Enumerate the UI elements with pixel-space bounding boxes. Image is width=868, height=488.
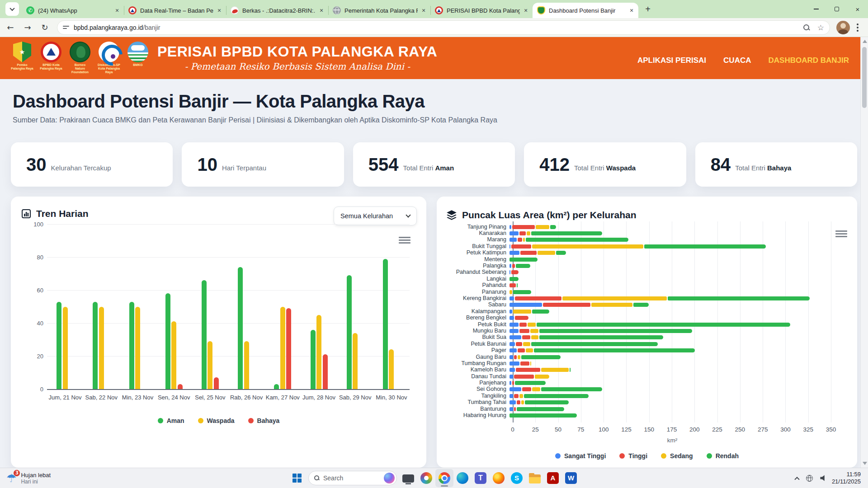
desktop-icon[interactable] <box>399 469 417 487</box>
bar-bahaya <box>286 308 291 389</box>
close-button[interactable]: × <box>847 0 868 18</box>
kelurahan-row: Mungku Baru <box>437 328 857 334</box>
browser-tab[interactable]: Berkas - .:Datacitra2-BRIN:.× <box>226 3 328 18</box>
profile-avatar[interactable] <box>836 21 850 34</box>
browser-tab[interactable]: Pemerintah Kota Palangka Raya× <box>328 3 430 18</box>
x-axis-tick-label: Rab, 26 Nov <box>227 394 266 401</box>
legend-item-sedang[interactable]: Sedang <box>661 452 693 460</box>
firefox-icon[interactable] <box>490 469 508 487</box>
maximize-button[interactable] <box>826 0 847 18</box>
segment-tinggi <box>515 296 561 300</box>
url-path: /banjir <box>143 24 160 31</box>
taskbar-search[interactable]: Search <box>308 471 397 485</box>
bar-aman <box>129 302 134 389</box>
segment-sedang <box>509 290 512 294</box>
nav-item[interactable]: CUACA <box>723 56 751 65</box>
legend-label: Aman <box>167 417 184 424</box>
scrollbar-thumb[interactable] <box>862 47 867 108</box>
maximize-icon <box>835 7 839 11</box>
chrome-icon[interactable] <box>435 469 453 487</box>
back-button[interactable]: ← <box>4 21 17 34</box>
kelurahan-bar <box>509 303 857 307</box>
x-axis-tick-label: Jum, 21 Nov <box>46 394 85 401</box>
taskbar-weather-widget[interactable]: ☂3 Hujan lebat Hari ini <box>0 472 113 485</box>
kelurahan-row: Kameloh Baru <box>437 367 857 373</box>
nav-item[interactable]: DASHBOARD BANJIR <box>768 56 849 65</box>
tab-search-button[interactable] <box>5 2 19 16</box>
legend-item-sangat-tinggi[interactable]: Sangat Tinggi <box>555 452 606 460</box>
tab-close-icon[interactable]: × <box>522 6 530 14</box>
search-highlight-icon[interactable] <box>384 473 395 483</box>
logo-label: PemkoPalangka Raya <box>10 63 34 70</box>
segment-rendah <box>531 231 602 235</box>
forward-button[interactable]: → <box>21 21 34 34</box>
segment-sangat-tinggi <box>509 225 511 229</box>
segment-sedang <box>531 335 538 339</box>
browser-tab[interactable]: Dashboard Potensi Banjir× <box>533 3 638 18</box>
page-scrollbar[interactable] <box>860 37 868 468</box>
segment-rendah <box>556 251 566 255</box>
new-tab-button[interactable]: + <box>641 2 655 16</box>
bar-bahaya <box>214 377 219 389</box>
teams-icon[interactable] <box>472 469 490 487</box>
stat-card: 412Total Entri Waspada <box>524 142 686 187</box>
tab-close-icon[interactable]: × <box>113 6 121 14</box>
kelurahan-dropdown[interactable]: Semua Kelurahan <box>334 206 417 225</box>
bookmark-star-icon[interactable]: ☆ <box>817 23 824 32</box>
scrollbar-up-arrow-icon[interactable] <box>863 40 867 43</box>
reload-button[interactable]: ↻ <box>38 21 52 34</box>
stat-label: Kelurahan Tercakup <box>51 164 111 172</box>
network-icon[interactable] <box>806 475 813 482</box>
x-axis-tick-label: 225 <box>712 426 722 433</box>
word-icon[interactable] <box>562 469 580 487</box>
scrollbar-down-arrow-icon[interactable] <box>863 462 867 465</box>
bar-waspada <box>353 333 358 389</box>
skype-icon[interactable] <box>508 469 526 487</box>
site-settings-icon[interactable] <box>63 24 69 30</box>
start-button[interactable] <box>288 469 306 487</box>
legend-item-waspada[interactable]: Waspada <box>198 417 235 424</box>
volume-muted-icon[interactable]: × <box>820 475 824 481</box>
browser-tab[interactable]: (24) WhatsApp× <box>22 3 124 18</box>
explorer-icon[interactable] <box>526 469 544 487</box>
browser-tab[interactable]: Data Real-Time – Badan Penang× <box>124 3 226 18</box>
tab-close-icon[interactable]: × <box>215 6 223 14</box>
kelurahan-row: Kalampangan <box>437 308 857 314</box>
legend-item-bahaya[interactable]: Bahaya <box>248 417 280 424</box>
photos-icon[interactable] <box>417 469 435 487</box>
acrobat-icon[interactable] <box>544 469 562 487</box>
url-text[interactable]: bpbd.palangkaraya.go.id/banjir <box>74 24 803 31</box>
segment-sangat-tinggi <box>509 407 513 411</box>
nav-item[interactable]: APLIKASI PERISAI <box>637 56 706 65</box>
whatsapp-favicon <box>26 6 34 14</box>
tab-close-icon[interactable]: × <box>420 6 428 14</box>
browser-menu-icon[interactable] <box>854 23 862 32</box>
minimize-button[interactable] <box>806 0 826 18</box>
kelurahan-row: Gaung Baru <box>437 354 857 360</box>
chevron-up-icon[interactable] <box>795 477 800 482</box>
segment-sedang <box>532 244 643 249</box>
segment-rendah <box>513 290 531 294</box>
zoom-search-icon[interactable] <box>803 24 810 31</box>
tab-close-icon[interactable]: × <box>627 6 636 14</box>
browser-tab[interactable]: PERISAI BPBD Kota Palangka Ra× <box>430 3 533 18</box>
bar-waspada <box>171 321 176 389</box>
segment-tinggi <box>519 329 529 333</box>
tab-title: Berkas - .:Datacitra2-BRIN:. <box>242 7 316 14</box>
edge-icon[interactable] <box>453 469 472 487</box>
kelurahan-label: Bukit Sua <box>437 334 509 340</box>
legend-item-tinggi[interactable]: Tinggi <box>619 452 647 460</box>
segment-sangat-tinggi <box>509 368 515 372</box>
bpbd-favicon <box>435 6 443 14</box>
weather-line1: Hujan lebat <box>21 472 51 479</box>
taskbar-clock[interactable]: 11:59 21/11/2025 <box>832 471 861 485</box>
legend-item-aman[interactable]: Aman <box>158 417 184 424</box>
address-bar[interactable]: bpbd.palangkaraya.go.id/banjir ☆ <box>57 20 830 35</box>
luas-area-rows: Tanjung PinangKanarakanMarangBukit Tungg… <box>437 224 857 419</box>
legend-item-rendah[interactable]: Rendah <box>707 452 739 460</box>
logo-label: BorneoNatureFoundation <box>68 63 92 74</box>
explorer-glyph <box>529 474 541 483</box>
x-axis-tick-label: Sen, 24 Nov <box>155 394 193 401</box>
segment-rendah <box>526 238 628 242</box>
tab-close-icon[interactable]: × <box>317 6 326 14</box>
